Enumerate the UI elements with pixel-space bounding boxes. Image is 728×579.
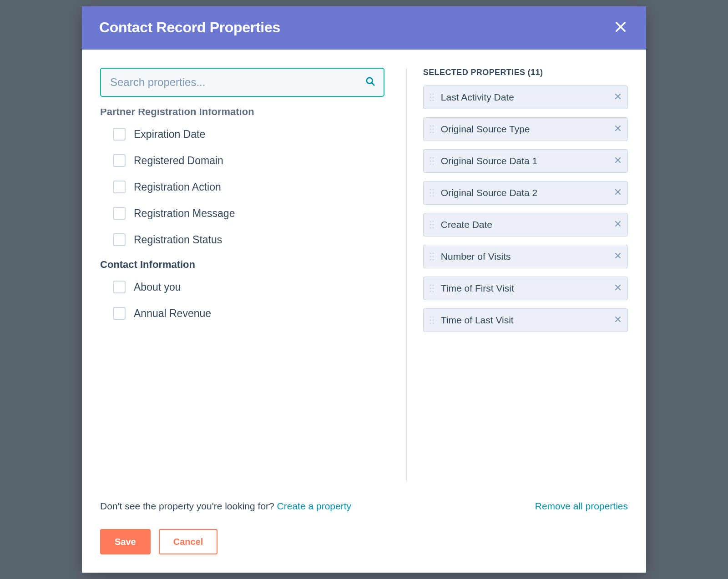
- selected-property-item[interactable]: Create Date: [423, 213, 628, 237]
- svg-point-13: [432, 126, 434, 127]
- svg-point-36: [430, 221, 431, 222]
- property-group: Partner Registration InformationExpirati…: [100, 109, 384, 246]
- property-groups: Partner Registration InformationExpirati…: [100, 109, 384, 332]
- property-option[interactable]: About you: [113, 281, 384, 293]
- close-button[interactable]: [612, 20, 629, 36]
- svg-point-22: [430, 161, 431, 162]
- remove-property-button[interactable]: [615, 125, 621, 133]
- svg-point-9: [432, 100, 434, 101]
- property-option[interactable]: Registration Status: [113, 233, 384, 246]
- selected-property-item[interactable]: Original Source Data 2: [423, 181, 628, 205]
- property-option[interactable]: Annual Revenue: [113, 307, 384, 320]
- remove-property-button[interactable]: [615, 189, 621, 197]
- property-option-label: Registration Message: [134, 207, 235, 220]
- checkbox[interactable]: [113, 233, 126, 246]
- selected-property-label: Original Source Data 1: [441, 156, 609, 166]
- property-option[interactable]: Registration Action: [113, 181, 384, 193]
- svg-point-12: [430, 126, 431, 127]
- svg-point-62: [430, 320, 431, 321]
- svg-point-29: [432, 189, 434, 191]
- remove-property-button[interactable]: [615, 316, 621, 324]
- property-option[interactable]: Registered Domain: [113, 154, 384, 167]
- svg-point-25: [432, 164, 434, 165]
- remove-property-button[interactable]: [615, 93, 621, 101]
- svg-point-28: [430, 189, 431, 191]
- checkbox[interactable]: [113, 128, 126, 141]
- drag-handle-icon[interactable]: [428, 284, 435, 293]
- property-option-list: Expiration DateRegistered DomainRegistra…: [100, 128, 384, 246]
- create-property-link[interactable]: Create a property: [277, 501, 351, 511]
- drag-handle-icon[interactable]: [428, 125, 435, 134]
- cancel-button[interactable]: Cancel: [159, 529, 218, 554]
- svg-point-63: [432, 320, 434, 321]
- checkbox[interactable]: [113, 281, 126, 293]
- modal-header: Contact Record Properties: [82, 6, 646, 50]
- property-option-label: Registered Domain: [134, 155, 223, 167]
- svg-point-57: [432, 291, 434, 292]
- remove-property-button[interactable]: [615, 252, 621, 261]
- prompt-text: Don't see the property you're looking fo…: [100, 501, 277, 511]
- drag-handle-icon[interactable]: [428, 93, 435, 102]
- selected-properties-panel: SELECTED PROPERTIES (11) Last Activity D…: [406, 68, 628, 483]
- selected-property-label: Original Source Type: [441, 124, 609, 135]
- selected-property-label: Original Source Data 2: [441, 187, 609, 198]
- svg-point-32: [430, 196, 431, 197]
- close-icon: [615, 93, 621, 101]
- footer-buttons-row: Save Cancel: [82, 515, 646, 573]
- close-icon: [615, 252, 621, 261]
- svg-point-60: [430, 317, 431, 318]
- svg-point-21: [432, 157, 434, 159]
- selected-property-item[interactable]: Number of Visits: [423, 245, 628, 268]
- svg-point-16: [430, 132, 431, 133]
- drag-handle-icon[interactable]: [428, 220, 435, 229]
- selected-property-label: Time of First Visit: [441, 283, 609, 294]
- svg-line-3: [372, 83, 374, 86]
- svg-point-5: [432, 94, 434, 95]
- svg-point-46: [430, 256, 431, 257]
- svg-point-4: [430, 94, 431, 95]
- selected-property-label: Last Activity Date: [441, 92, 609, 103]
- checkbox[interactable]: [113, 307, 126, 320]
- property-option[interactable]: Expiration Date: [113, 128, 384, 141]
- checkbox[interactable]: [113, 154, 126, 167]
- svg-point-47: [432, 256, 434, 257]
- selected-property-item[interactable]: Time of First Visit: [423, 277, 628, 300]
- selected-property-item[interactable]: Original Source Data 1: [423, 149, 628, 173]
- checkbox[interactable]: [113, 181, 126, 193]
- svg-point-49: [432, 259, 434, 261]
- drag-handle-icon[interactable]: [428, 156, 435, 166]
- remove-property-button[interactable]: [615, 221, 621, 229]
- close-icon: [615, 125, 621, 133]
- property-option-label: About you: [134, 281, 181, 293]
- create-property-prompt: Don't see the property you're looking fo…: [100, 501, 351, 512]
- svg-point-30: [430, 192, 431, 194]
- selected-property-item[interactable]: Last Activity Date: [423, 86, 628, 109]
- property-option[interactable]: Registration Message: [113, 207, 384, 220]
- svg-point-38: [430, 224, 431, 226]
- property-group-title: Contact Information: [100, 259, 384, 271]
- property-option-label: Registration Action: [134, 181, 221, 193]
- modal-body: Partner Registration InformationExpirati…: [82, 50, 646, 492]
- svg-point-24: [430, 164, 431, 165]
- selected-property-item[interactable]: Time of Last Visit: [423, 308, 628, 332]
- svg-point-64: [430, 323, 431, 324]
- remove-property-button[interactable]: [615, 157, 621, 165]
- selected-property-item[interactable]: Original Source Type: [423, 117, 628, 141]
- search-wrap: [100, 68, 384, 97]
- checkbox[interactable]: [113, 207, 126, 220]
- svg-point-14: [430, 129, 431, 130]
- remove-all-properties-link[interactable]: Remove all properties: [535, 501, 628, 512]
- selected-properties-header: SELECTED PROPERTIES (11): [423, 68, 628, 77]
- drag-handle-icon[interactable]: [428, 316, 435, 325]
- drag-handle-icon[interactable]: [428, 188, 435, 197]
- search-input[interactable]: [100, 68, 384, 97]
- property-option-list: About youAnnual Revenue: [100, 281, 384, 320]
- modal-title: Contact Record Properties: [99, 19, 280, 36]
- drag-handle-icon[interactable]: [428, 252, 435, 261]
- svg-point-23: [432, 161, 434, 162]
- save-button[interactable]: Save: [100, 529, 151, 554]
- remove-property-button[interactable]: [615, 284, 621, 292]
- svg-point-31: [432, 192, 434, 194]
- svg-point-48: [430, 259, 431, 261]
- svg-point-56: [430, 291, 431, 292]
